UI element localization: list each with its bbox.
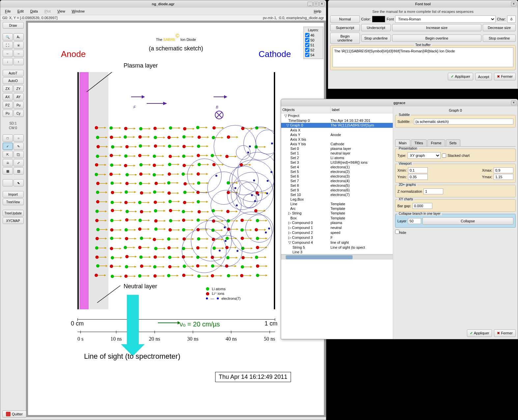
tree-row[interactable]: ▽ Graph 0The \R{11}SABRE\S\f{Sym [281, 123, 393, 128]
left-arrow-icon[interactable]: ← [3, 50, 13, 57]
zoom-icon[interactable]: 🔍 [3, 33, 13, 41]
canvas[interactable]: The SABRE© Ion Diode (a schematic sketch… [28, 23, 324, 415]
ggrace-close-icon[interactable]: × [511, 100, 516, 105]
text-icon[interactable]: Aₛ [14, 33, 24, 41]
superscript-button[interactable]: Superscript [330, 24, 360, 31]
tree-row[interactable]: Set 6electrons(3) [281, 174, 393, 179]
tree-row[interactable]: ▷ Compound 3F [281, 235, 393, 240]
stop-underline-button[interactable]: Stop underline [361, 35, 391, 42]
expand-icon[interactable]: ⛶ [3, 42, 13, 49]
font-select[interactable]: Times-Roman [395, 15, 496, 23]
tree-rows[interactable]: ▽ Project TimeStamp 0Thu Apr 14 16:12:49… [281, 113, 393, 254]
minimize-button[interactable]: _ [307, 2, 313, 6]
pointer-icon[interactable]: ⬉ [14, 179, 24, 186]
font-apply-button[interactable]: Appliquer [448, 73, 473, 80]
tree-row[interactable]: Set 7electrons(4) [281, 179, 393, 183]
po-button[interactable]: Po [3, 110, 13, 117]
begin-overline-button[interactable]: Begin overline [392, 35, 481, 42]
decrease-size-button[interactable]: Decrease size [483, 24, 516, 31]
menu-window[interactable]: Window [69, 8, 88, 14]
close-button[interactable]: × [319, 2, 325, 6]
maximize-button[interactable]: □ [313, 2, 319, 6]
tree-hscroll[interactable] [281, 254, 393, 260]
import-button[interactable]: Import [3, 191, 24, 198]
ymax-input[interactable] [494, 174, 513, 180]
bargap-input[interactable] [413, 203, 432, 209]
font-close-button[interactable]: Fermer [494, 73, 516, 80]
ggrace-close-button[interactable]: Fermer [494, 329, 516, 337]
tree-row[interactable]: TimeStamp 0Thu Apr 14 16:12:49 201 [281, 118, 393, 123]
layer-checkbox-54[interactable]: 54 [305, 52, 322, 57]
tree-row[interactable]: Leg.Box [281, 197, 393, 202]
menu-file[interactable]: File [2, 8, 14, 14]
tree-row[interactable]: Set 1neutral layer [281, 151, 393, 155]
quitter-button[interactable]: Quitter [2, 410, 26, 418]
font-accept-button[interactable]: Accept [475, 73, 492, 80]
tree-row[interactable]: Set 8electrons(5) [281, 183, 393, 188]
xmax-input[interactable] [494, 167, 513, 173]
ax-button[interactable]: AX [3, 93, 13, 100]
edit-icon[interactable]: ✎ [14, 143, 24, 150]
treeupdate-button[interactable]: TreeUpdate [3, 210, 24, 216]
layer1-icon[interactable]: ▦ [3, 167, 13, 175]
tree-row[interactable]: String 5Line of sight (to spect [281, 245, 393, 250]
tree-row[interactable]: Set 0plasma layer [281, 146, 393, 151]
tab-sets[interactable]: Sets [446, 139, 460, 146]
tree-row[interactable]: ArcTemplate [281, 206, 393, 211]
tree-row[interactable]: Line 3 [281, 250, 393, 254]
grid-icon[interactable]: ※ [14, 42, 24, 49]
draw-button[interactable]: Draw [3, 22, 24, 29]
tree-row[interactable]: Set 10electrons(7) [281, 192, 393, 197]
stop-icon[interactable]: □ [3, 134, 13, 142]
layer2-icon[interactable]: ▨ [14, 167, 24, 175]
tree-col-label[interactable]: label [331, 106, 393, 113]
font-close-icon[interactable]: × [511, 2, 516, 6]
tree-row[interactable]: Set 3Li\S\R{red}+\N\R{} ions [281, 160, 393, 165]
pu-button[interactable]: Pu [14, 101, 24, 109]
autot-button[interactable]: AutoT [3, 70, 24, 76]
zy-button[interactable]: ZY [14, 85, 24, 92]
treeview-button[interactable]: TreeView [3, 199, 24, 205]
tab-titles[interactable]: Titles [411, 139, 427, 146]
tree-row[interactable]: LineTemplate [281, 202, 393, 206]
zx-button[interactable]: ZX [3, 85, 13, 92]
stop-overline-button[interactable]: Stop overline [483, 35, 516, 42]
tab-frame[interactable]: Frame [427, 139, 445, 146]
tree-row[interactable]: Set 4electrons(1) [281, 165, 393, 169]
cy-button[interactable]: Cy [14, 110, 24, 117]
tree-row[interactable]: ▷ Compound 1neutral [281, 225, 393, 230]
type-select[interactable]: XY graph [408, 152, 441, 159]
autoo-button[interactable]: AutoO [3, 77, 24, 84]
empty-icon[interactable] [3, 179, 13, 186]
begin-underline-button[interactable]: Begin underline [330, 33, 360, 44]
underscript-button[interactable]: Underscript [361, 24, 391, 31]
tree-row[interactable]: ▷ Compound 0plasma [281, 220, 393, 225]
char-input[interactable] [507, 15, 516, 23]
ggrace-apply-button[interactable]: Appliquer [467, 329, 492, 337]
increase-size-button[interactable]: Increase size [392, 24, 481, 31]
check-icon[interactable]: ✓ [3, 143, 13, 150]
tree-row[interactable]: ▷ StringTemplate [281, 211, 393, 216]
layer-checkbox-50[interactable]: 50 [305, 38, 322, 42]
tree-row[interactable]: Axis YAnode [281, 132, 393, 137]
layer-checkbox-51[interactable]: 51 [305, 42, 322, 47]
text-buffer-input[interactable]: The \R{11}SABRE\S\f{Symbol}\#{d3}\N\f{Ti… [332, 47, 513, 67]
up-arrow-icon[interactable]: ↑ [14, 58, 24, 65]
znorm-input[interactable] [423, 188, 443, 194]
delete-icon[interactable]: ☠ [3, 159, 13, 166]
xmin-input[interactable] [408, 167, 428, 173]
color-swatch[interactable] [372, 16, 385, 22]
ay-button[interactable]: AY [14, 93, 24, 100]
hide-checkbox[interactable] [395, 230, 399, 234]
right-arrow-icon[interactable]: → [14, 50, 24, 57]
tree-row[interactable]: ▷ Compound 2speed [281, 230, 393, 235]
tree-row[interactable]: Set 2Li atoms [281, 155, 393, 160]
ymin-input[interactable] [408, 174, 428, 180]
scale-icon[interactable]: ⤢ [14, 159, 24, 166]
tree-row[interactable]: Set 5electrons(2) [281, 169, 393, 174]
tree-row[interactable]: Axis X bis [281, 137, 393, 142]
menu-data[interactable]: Data [27, 8, 41, 14]
tree-row[interactable]: BoxTemplate [281, 216, 393, 220]
normal-button[interactable]: Normal [330, 15, 360, 23]
stacked-checkbox[interactable] [442, 154, 446, 158]
